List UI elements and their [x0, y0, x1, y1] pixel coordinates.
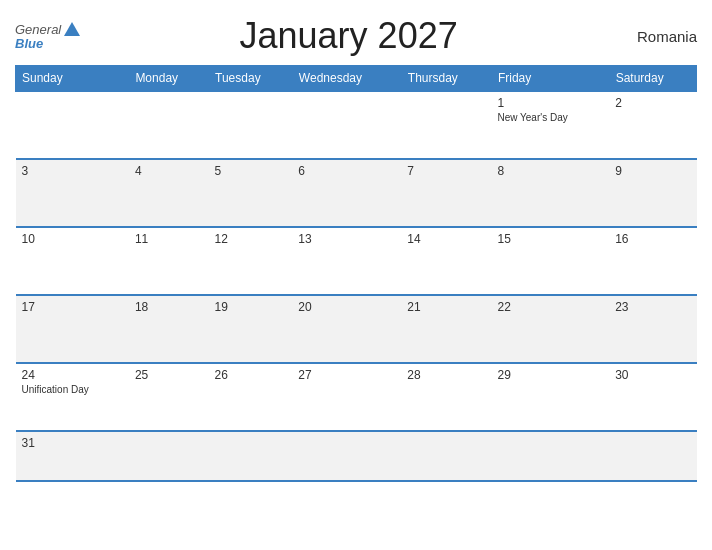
day-number: 4	[135, 164, 203, 178]
day-cell	[609, 431, 696, 481]
day-cell: 4	[129, 159, 209, 227]
day-cell: 22	[491, 295, 609, 363]
day-number: 30	[615, 368, 690, 382]
week-row-1: 1New Year's Day2	[16, 91, 697, 159]
day-cell: 31	[16, 431, 129, 481]
day-cell: 30	[609, 363, 696, 431]
header-friday: Friday	[491, 66, 609, 92]
day-cell: 9	[609, 159, 696, 227]
day-cell: 1New Year's Day	[491, 91, 609, 159]
day-cell	[401, 91, 491, 159]
day-cell: 17	[16, 295, 129, 363]
day-cell	[129, 91, 209, 159]
day-number: 19	[215, 300, 287, 314]
day-number: 5	[215, 164, 287, 178]
day-cell: 28	[401, 363, 491, 431]
day-number: 9	[615, 164, 690, 178]
day-number: 27	[298, 368, 395, 382]
calendar-header: General Blue January 2027 Romania	[15, 10, 697, 65]
header-sunday: Sunday	[16, 66, 129, 92]
day-cell: 14	[401, 227, 491, 295]
day-number: 10	[22, 232, 123, 246]
logo-triangle-icon	[64, 22, 80, 36]
day-cell: 29	[491, 363, 609, 431]
day-cell: 16	[609, 227, 696, 295]
day-cell: 12	[209, 227, 293, 295]
day-number: 11	[135, 232, 203, 246]
day-number: 29	[497, 368, 603, 382]
day-cell	[292, 91, 401, 159]
week-row-6: 31	[16, 431, 697, 481]
day-cell	[209, 431, 293, 481]
day-cell: 3	[16, 159, 129, 227]
day-number: 25	[135, 368, 203, 382]
header-tuesday: Tuesday	[209, 66, 293, 92]
month-title: January 2027	[80, 15, 617, 57]
header-saturday: Saturday	[609, 66, 696, 92]
day-cell: 20	[292, 295, 401, 363]
day-number: 8	[497, 164, 603, 178]
header-monday: Monday	[129, 66, 209, 92]
day-number: 23	[615, 300, 690, 314]
day-number: 24	[22, 368, 123, 382]
day-cell	[401, 431, 491, 481]
header-wednesday: Wednesday	[292, 66, 401, 92]
day-cell: 7	[401, 159, 491, 227]
day-number: 17	[22, 300, 123, 314]
day-cell: 27	[292, 363, 401, 431]
days-header-row: Sunday Monday Tuesday Wednesday Thursday…	[16, 66, 697, 92]
day-cell: 18	[129, 295, 209, 363]
day-number: 18	[135, 300, 203, 314]
day-cell: 23	[609, 295, 696, 363]
day-cell: 5	[209, 159, 293, 227]
calendar-wrapper: General Blue January 2027 Romania Sunday…	[0, 0, 712, 550]
logo-blue-text: Blue	[15, 36, 43, 51]
day-cell: 25	[129, 363, 209, 431]
day-number: 6	[298, 164, 395, 178]
header-thursday: Thursday	[401, 66, 491, 92]
day-number: 14	[407, 232, 485, 246]
day-event: Unification Day	[22, 384, 123, 395]
day-number: 3	[22, 164, 123, 178]
day-number: 15	[497, 232, 603, 246]
day-number: 21	[407, 300, 485, 314]
day-number: 1	[497, 96, 603, 110]
day-cell: 8	[491, 159, 609, 227]
day-number: 12	[215, 232, 287, 246]
day-number: 7	[407, 164, 485, 178]
day-cell	[209, 91, 293, 159]
logo: General Blue	[15, 22, 80, 51]
week-row-3: 10111213141516	[16, 227, 697, 295]
day-number: 26	[215, 368, 287, 382]
day-number: 20	[298, 300, 395, 314]
day-cell: 19	[209, 295, 293, 363]
day-cell	[16, 91, 129, 159]
day-cell: 6	[292, 159, 401, 227]
day-cell	[292, 431, 401, 481]
country-label: Romania	[617, 28, 697, 45]
day-cell: 15	[491, 227, 609, 295]
day-cell	[129, 431, 209, 481]
day-number: 31	[22, 436, 123, 450]
day-cell: 10	[16, 227, 129, 295]
day-cell: 13	[292, 227, 401, 295]
day-cell: 2	[609, 91, 696, 159]
day-number: 28	[407, 368, 485, 382]
day-cell: 11	[129, 227, 209, 295]
day-number: 13	[298, 232, 395, 246]
week-row-4: 17181920212223	[16, 295, 697, 363]
week-row-5: 24Unification Day252627282930	[16, 363, 697, 431]
day-number: 2	[615, 96, 690, 110]
day-number: 16	[615, 232, 690, 246]
day-cell: 26	[209, 363, 293, 431]
day-number: 22	[497, 300, 603, 314]
day-cell: 21	[401, 295, 491, 363]
week-row-2: 3456789	[16, 159, 697, 227]
calendar-table: Sunday Monday Tuesday Wednesday Thursday…	[15, 65, 697, 482]
day-event: New Year's Day	[497, 112, 603, 123]
day-cell	[491, 431, 609, 481]
day-cell: 24Unification Day	[16, 363, 129, 431]
